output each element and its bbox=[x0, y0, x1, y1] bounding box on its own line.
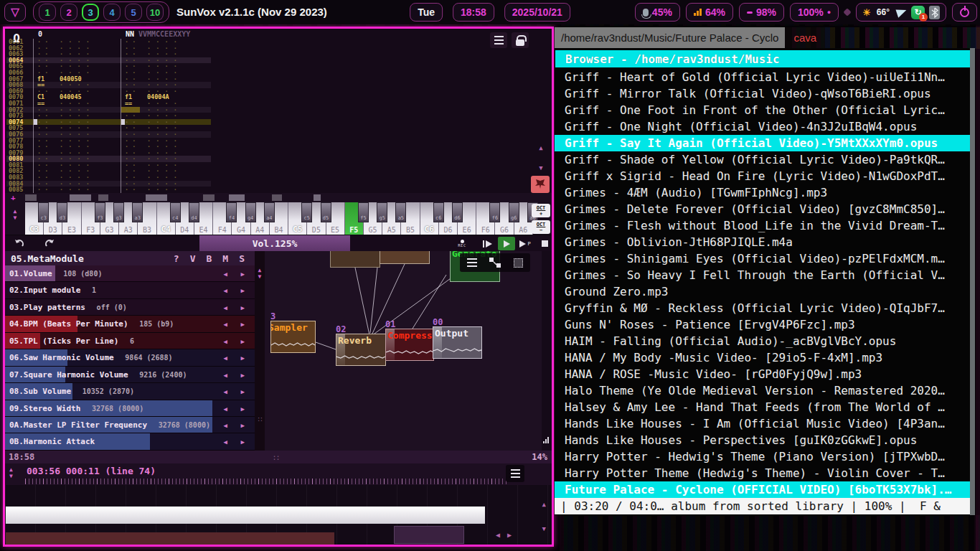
workspace-button[interactable]: 10 bbox=[146, 4, 164, 21]
tab-cava[interactable]: cava bbox=[785, 27, 825, 48]
pattern-menu-button[interactable] bbox=[490, 32, 507, 48]
master-volume-slider[interactable]: Vol.125% bbox=[199, 235, 350, 252]
file-row[interactable]: Gryffin & MØ - Reckless (Official Lyric … bbox=[555, 300, 971, 316]
piano-black-key[interactable]: a4 bbox=[264, 202, 275, 222]
date-widget[interactable]: 2025/10/21 bbox=[504, 3, 570, 22]
octave-up-button[interactable]: OCT+ bbox=[532, 204, 550, 217]
controller-panel-button[interactable]: ? bbox=[174, 253, 179, 264]
file-row[interactable]: Griff x Sigrid - Head On Fire (Lyric Vid… bbox=[555, 168, 971, 184]
module-output[interactable]: Output bbox=[433, 326, 482, 359]
file-row[interactable]: Griff - Mirror Talk (Official Video)-qWs… bbox=[555, 85, 971, 102]
piano-keyboard[interactable]: C3 c3 D3 d3 E3 F3 f3 bbox=[25, 202, 533, 235]
pattern-scroll-up[interactable]: ▲ bbox=[533, 143, 549, 152]
file-row[interactable]: Griff - Say It Again (Official Video)-Y5… bbox=[555, 135, 970, 151]
module-menu-button[interactable] bbox=[464, 255, 480, 270]
file-row[interactable]: Halsey & Amy Lee - Hand That Feeds (from… bbox=[555, 399, 971, 415]
workspace-button[interactable]: 4 bbox=[103, 4, 121, 21]
volume-widget[interactable]: 100%● bbox=[790, 3, 839, 22]
increment-arrow[interactable]: ▶ bbox=[241, 438, 245, 446]
pattern-jump-button[interactable] bbox=[531, 176, 550, 193]
mini-pattern-block[interactable] bbox=[70, 194, 91, 201]
piano-key[interactable]: F3 f3 bbox=[82, 202, 100, 235]
file-row[interactable]: Grimes - Shinigami Eyes (Official Video)… bbox=[555, 250, 971, 267]
increment-arrow[interactable]: ▶ bbox=[241, 321, 245, 328]
file-row[interactable]: Grimes - So Heavy I Fell Through the Ear… bbox=[555, 267, 971, 283]
now-playing-bar[interactable]: Future Palace - Cyclone (OFFICIAL VIDEO)… bbox=[555, 481, 970, 498]
module-connect-button[interactable] bbox=[487, 255, 503, 270]
piano-black-key[interactable]: d3 bbox=[57, 202, 67, 222]
file-row[interactable]: Guns N' Roses - Patience [ErvgV4P6Fzc].m… bbox=[555, 316, 971, 333]
piano-black-key[interactable]: d6 bbox=[452, 202, 463, 222]
controller-panel-button[interactable]: S bbox=[239, 253, 245, 264]
track1-cell[interactable] bbox=[33, 187, 121, 193]
decrement-arrow[interactable]: ◀ bbox=[224, 438, 227, 446]
decrement-arrow[interactable]: ◀ bbox=[224, 270, 227, 278]
weather-sun-icon[interactable]: ☀ bbox=[862, 7, 871, 18]
controller-slider[interactable]: 09.Stereo Width 32768 (8000) ◀ ▶ bbox=[5, 400, 255, 417]
piano-black-key[interactable]: f4 bbox=[226, 202, 237, 222]
module-sampler[interactable]: Sampler bbox=[270, 321, 316, 353]
octave-down-button[interactable]: OCT− bbox=[532, 220, 550, 234]
play-pattern-button[interactable]: P bbox=[517, 237, 534, 250]
controller-panel-button[interactable]: B bbox=[207, 253, 212, 264]
network-widget[interactable]: 64% bbox=[686, 3, 733, 22]
timeline-selection-block[interactable] bbox=[394, 526, 464, 544]
brightness-widget[interactable]: 98% bbox=[739, 3, 784, 22]
tab-active[interactable]: /home/rav3ndust/Music/Future Palace - Cy… bbox=[555, 27, 785, 48]
file-row[interactable]: Griff - One Night (Official Video)-4n3J2… bbox=[555, 118, 971, 135]
increment-arrow[interactable]: ▶ bbox=[241, 372, 245, 379]
timeline-down-button[interactable]: ▼ bbox=[542, 525, 546, 532]
file-row[interactable]: Griff - Shade of Yellow (Official Lyric … bbox=[555, 151, 971, 168]
terminal-scrollbar[interactable] bbox=[970, 48, 975, 515]
workspace-button[interactable]: 1 bbox=[39, 4, 56, 21]
piano-key[interactable]: F6 f6 bbox=[476, 202, 495, 235]
timeline-up-button[interactable]: ▲ bbox=[542, 501, 546, 508]
controller-slider[interactable]: 02.Input module 1 ◀ ▶ bbox=[5, 282, 255, 298]
piano-black-key[interactable]: c5 bbox=[301, 202, 312, 222]
file-row[interactable]: Grimes - Delete Forever (Official Video)… bbox=[555, 201, 971, 217]
piano-black-key[interactable]: a5 bbox=[395, 202, 406, 222]
file-row[interactable]: Hands Like Houses - I Am (Official Music… bbox=[555, 415, 971, 432]
file-row[interactable]: Griff - One Foot in Front of the Other (… bbox=[555, 102, 971, 118]
piano-black-key[interactable]: c4 bbox=[170, 202, 181, 222]
stop-button[interactable] bbox=[536, 237, 552, 250]
file-row[interactable]: HANA / ROSE -Music Video- [rGPd0FyjQ9w].… bbox=[555, 366, 971, 382]
increment-arrow[interactable]: ▶ bbox=[241, 287, 245, 294]
piano-black-key[interactable]: f5 bbox=[358, 202, 369, 222]
keyboard-scroll-controls[interactable]: ▲▼ bbox=[5, 202, 25, 235]
file-row[interactable]: Harry Potter Theme (Hedwig's Theme) - Vi… bbox=[555, 465, 971, 481]
decrement-arrow[interactable]: ◀ bbox=[224, 422, 227, 429]
mini-pattern-block[interactable] bbox=[272, 194, 282, 201]
increment-arrow[interactable]: ▶ bbox=[241, 405, 245, 413]
mini-pattern-block[interactable] bbox=[146, 194, 167, 201]
power-button[interactable] bbox=[952, 3, 977, 22]
piano-black-key[interactable]: c6 bbox=[433, 202, 444, 222]
timeline-pattern-block[interactable] bbox=[6, 507, 485, 524]
track2-cell[interactable] bbox=[121, 187, 208, 193]
workspace-button[interactable]: 3 bbox=[82, 4, 99, 21]
piano-black-key[interactable]: g6 bbox=[509, 202, 519, 222]
piano-key[interactable]: F5 f5 bbox=[345, 202, 364, 235]
piano-black-key[interactable]: a3 bbox=[132, 202, 143, 222]
pattern-scroll-down[interactable]: ▼ bbox=[533, 164, 549, 172]
piano-black-key[interactable]: g3 bbox=[113, 202, 124, 222]
piano-key[interactable]: F4 f4 bbox=[213, 202, 232, 235]
file-row[interactable]: Ground Zero.mp3 bbox=[555, 283, 971, 300]
controller-slider[interactable]: 0B.Harmonic Attack ◀ ▶ bbox=[5, 433, 255, 450]
timeline-ruler[interactable] bbox=[25, 479, 509, 484]
piano-black-key[interactable]: d4 bbox=[189, 202, 199, 222]
controller-slider[interactable]: 06.Saw Harmonic Volume 9864 (2688) ◀ ▶ bbox=[5, 349, 255, 366]
undo-button[interactable] bbox=[11, 237, 28, 250]
module-select-button[interactable] bbox=[510, 255, 526, 270]
controller-slider[interactable]: 01.Volume 108 (d80) ◀ ▶ bbox=[5, 265, 255, 282]
add-pattern-button[interactable]: + bbox=[11, 193, 16, 202]
file-row[interactable]: Grimes - Flesh without Blood_Life in the… bbox=[555, 217, 971, 234]
module-routing-area[interactable]: Generato 3 Sampler 02 Reverb 01 Compress… bbox=[265, 251, 542, 451]
mini-pattern-block[interactable] bbox=[98, 194, 108, 201]
workspace-button[interactable]: 5 bbox=[125, 4, 142, 21]
increment-arrow[interactable]: ▶ bbox=[241, 354, 245, 362]
controller-slider[interactable]: 04.BPM (Beats Per Minute) 185 (b9) ◀ ▶ bbox=[5, 316, 255, 332]
pattern-lock-button[interactable] bbox=[512, 32, 529, 48]
statusbar-grip[interactable]: :: bbox=[272, 453, 279, 461]
mini-pattern-block[interactable] bbox=[229, 194, 245, 201]
